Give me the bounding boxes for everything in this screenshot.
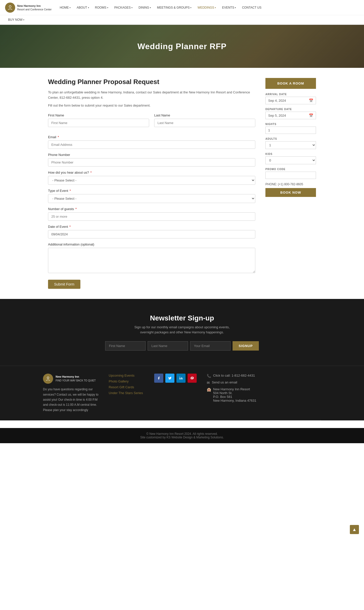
phone-input[interactable] [48, 158, 255, 167]
email-input[interactable] [48, 140, 255, 149]
first-name-input[interactable] [48, 119, 149, 127]
event-type-group: Type of Event * - Please Select - Weddin… [48, 189, 255, 203]
footer-logo-circle [43, 374, 53, 384]
nav-home[interactable]: HOME ▾ [57, 0, 74, 15]
form-instruction: Fill out the form below to submit your r… [48, 104, 255, 107]
nav-packages[interactable]: PACKAGES ▾ [111, 0, 135, 15]
nav-second-row: BUY NOW ▾ [0, 15, 364, 25]
additional-group: Additional information (optional) [48, 242, 255, 273]
footer-contact: 📞 Click to call: 1-812-682-4431 ✉ Send u… [207, 374, 257, 413]
newsletter-form: SIGNUP [5, 341, 359, 351]
date-input[interactable] [48, 230, 255, 238]
site-logo[interactable]: New Harmony Inn Resort and Conference Ce… [5, 3, 52, 13]
footer-inner: New Harmony Inn FIND YOUR WAY BACK TO QU… [43, 374, 321, 420]
arrival-value: Sep 4, 2024 [268, 99, 286, 103]
nav-rooms[interactable]: ROOMS ▾ [92, 0, 111, 15]
kids-select[interactable]: 0 1 2 [265, 156, 316, 164]
form-title: Wedding Planner Proposal Request [48, 78, 255, 86]
contact-email: ✉ Send us an email [207, 380, 257, 385]
last-name-input[interactable] [154, 119, 255, 127]
contact-email-link[interactable]: Send us an email [212, 380, 237, 384]
email-required: * [58, 135, 59, 139]
arrival-calendar-icon[interactable]: 📅 [309, 98, 313, 103]
footer-link-stars[interactable]: Under The Stars Series [109, 391, 144, 395]
footer-customized: Site customized by KS Website Design & M… [4, 436, 360, 439]
nights-field: NIGHTS [265, 123, 316, 134]
book-room-button[interactable]: BOOK A ROOM [265, 78, 316, 89]
name-row: First Name Last Name [48, 113, 255, 131]
submit-button[interactable]: Submit Form [48, 280, 80, 289]
newsletter-firstname[interactable] [105, 341, 146, 351]
footer-bottom: © New Harmony Inn Resort 2024. All right… [0, 428, 364, 443]
departure-input-wrap[interactable]: Sep 5, 2024 📅 [265, 112, 316, 119]
twitter-icon[interactable] [165, 374, 174, 383]
hero-title: Wedding Planner RFP [138, 42, 227, 51]
event-type-required: * [70, 189, 71, 193]
email-icon: ✉ [207, 381, 210, 385]
contact-address: 🏨 New Harmony Inn Resort504 North St.P.O… [207, 387, 257, 402]
footer-col-logo: New Harmony Inn FIND YOUR WAY BACK TO QU… [43, 374, 99, 413]
email-group: Email * [48, 135, 255, 149]
buynow-arrow: ▾ [23, 19, 24, 21]
nav-events[interactable]: EVENTS ▾ [219, 0, 239, 15]
nights-label: NIGHTS [265, 123, 316, 126]
sidebar-phone: PHONE: (+1) 800-782-8605 [265, 182, 316, 186]
hear-required: * [90, 171, 92, 174]
signup-button[interactable]: SIGNUP [233, 341, 259, 351]
newsletter-description: Sign up for our monthly email campaigns … [131, 325, 233, 335]
nav-contact[interactable]: CONTACT US [239, 0, 264, 15]
newsletter-title: Newsletter Sign-up [5, 314, 359, 322]
copyright: © New Harmony Inn Resort 2024. All right… [4, 432, 360, 436]
sidebar: BOOK A ROOM ARRIVAL DATE Sep 4, 2024 📅 D… [265, 78, 316, 197]
arrival-field: ARRIVAL DATE Sep 4, 2024 📅 [265, 93, 316, 104]
nav-dining[interactable]: DINING ▾ [135, 0, 154, 15]
adults-select[interactable]: 1 2 3 4 [265, 141, 316, 149]
book-now-button[interactable]: BOOK NOW [265, 188, 316, 197]
nav-links: HOME ▾ ABOUT ▾ ROOMS ▾ PACKAGES ▾ DINING… [57, 0, 359, 15]
contact-phone-link[interactable]: Click to call: 1-812-682-4431 [213, 374, 255, 377]
guests-required: * [75, 207, 77, 211]
newsletter-lastname[interactable] [148, 341, 188, 351]
footer-link-gifts[interactable]: Resort Gift Cards [109, 385, 144, 389]
pinterest-icon[interactable] [188, 374, 197, 383]
nav-weddings[interactable]: WEDDINGS ▾ [194, 0, 219, 15]
nights-input[interactable] [265, 127, 316, 134]
promo-input[interactable] [265, 172, 316, 179]
phone-label: Phone Number [48, 153, 255, 157]
footer-link-events[interactable]: Upcoming Events [109, 374, 144, 377]
newsletter-email[interactable] [190, 341, 231, 351]
footer-link-gallery[interactable]: Photo Gallery [109, 379, 144, 383]
nav-buynow[interactable]: BUY NOW ▾ [5, 15, 27, 25]
linkedin-icon[interactable] [176, 374, 186, 383]
date-group: Date of Event * [48, 225, 255, 238]
guests-group: Number of guests * [48, 207, 255, 221]
nav-about[interactable]: ABOUT ▾ [74, 0, 92, 15]
footer-logo-text: New Harmony Inn FIND YOUR WAY BACK TO QU… [56, 375, 96, 382]
footer-social [154, 374, 197, 413]
logo-text: New Harmony Inn Resort and Conference Ce… [17, 4, 52, 11]
facebook-icon[interactable] [154, 374, 163, 383]
event-type-select[interactable]: - Please Select - Wedding Reception Wedd… [48, 194, 255, 203]
phone-group: Phone Number [48, 153, 255, 167]
contact-phone: 📞 Click to call: 1-812-682-4431 [207, 374, 257, 378]
arrival-input-wrap[interactable]: Sep 4, 2024 📅 [265, 97, 316, 104]
svg-point-0 [9, 6, 11, 8]
departure-calendar-icon[interactable]: 📅 [309, 113, 313, 117]
event-type-label: Type of Event * [48, 189, 255, 193]
newsletter-section: Newsletter Sign-up Sign up for our month… [0, 299, 364, 366]
first-name-group: First Name [48, 113, 149, 127]
form-description: To plan an unforgettable wedding in New … [48, 90, 255, 100]
date-label: Date of Event * [48, 225, 255, 229]
hear-group: How did you hear about us? * - Please Se… [48, 171, 255, 185]
form-section: Wedding Planner Proposal Request To plan… [48, 78, 255, 289]
footer-divider [43, 420, 321, 420]
arrival-label: ARRIVAL DATE [265, 93, 316, 96]
nav-meetings[interactable]: MEETINGS & GROUPS ▾ [154, 0, 194, 15]
additional-textarea[interactable] [48, 248, 255, 273]
logo-circle [5, 3, 15, 13]
departure-value: Sep 5, 2024 [268, 114, 286, 117]
main-container: Wedding Planner Proposal Request To plan… [43, 68, 321, 299]
guests-input[interactable] [48, 212, 255, 221]
hear-select[interactable]: - Please Select - Google Facebook Friend… [48, 176, 255, 185]
footer: New Harmony Inn FIND YOUR WAY BACK TO QU… [0, 366, 364, 420]
